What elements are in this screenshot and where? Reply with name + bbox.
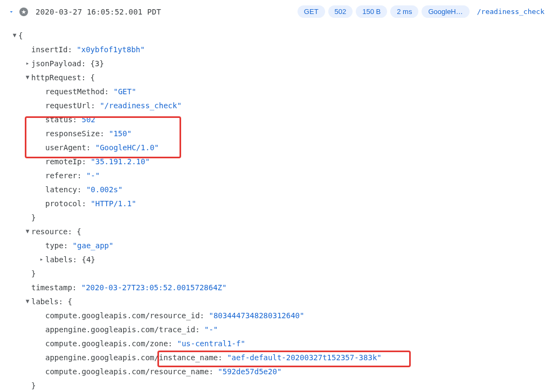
field-resource-labels[interactable]: ▸ labels: {4} <box>4 253 548 267</box>
caret-down-icon[interactable]: ▼ <box>24 71 31 85</box>
field-jsonPayload[interactable]: ▸ jsonPayload: {3} <box>4 57 548 71</box>
field-requestMethod[interactable]: ▸ requestMethod: "GET" <box>4 85 548 99</box>
key-remoteIp: remoteIp: <box>45 155 86 169</box>
key-referer: referer: <box>45 169 81 183</box>
chip-useragent[interactable]: GoogleH… <box>422 5 469 18</box>
field-insertId[interactable]: ▸ insertId: "x0ybfof1yt8bh" <box>4 43 548 57</box>
key-resource-labels: labels: <box>45 253 77 267</box>
key-trace-id: appengine.googleapis.com/trace_id: <box>45 323 200 337</box>
key-labels: labels: <box>31 295 63 309</box>
field-status[interactable]: ▸ status: 502 <box>4 113 548 127</box>
caret-right-icon[interactable]: ▸ <box>38 253 45 267</box>
val-timestamp: "2020-03-27T23:05:52.001572864Z" <box>81 281 227 295</box>
val-status: 502 <box>81 113 95 127</box>
labels-close: ▸ } <box>4 379 548 392</box>
key-responseSize: responseSize: <box>45 127 105 141</box>
key-resource-name: compute.googleapis.com/resource_name: <box>45 365 213 379</box>
chip-method[interactable]: GET <box>298 5 325 18</box>
brace-open: { <box>18 29 23 43</box>
val-referer: "-" <box>86 169 100 183</box>
field-protocol[interactable]: ▸ protocol: "HTTP/1.1" <box>4 197 548 211</box>
val-remoteIp: "35.191.2.10" <box>91 155 150 169</box>
val-instance-name: "aef-default-20200327t152357-383k" <box>227 351 382 365</box>
field-type[interactable]: ▸ type: "gae_app" <box>4 239 548 253</box>
key-protocol: protocol: <box>45 197 86 211</box>
caret-down-icon[interactable]: ▼ <box>24 225 31 239</box>
key-status: status: <box>45 113 77 127</box>
brace-open: { <box>91 71 95 85</box>
field-requestUrl[interactable]: ▸ requestUrl: "/readiness_check" <box>4 99 548 113</box>
key-type: type: <box>45 239 68 253</box>
chip-status[interactable]: 502 <box>328 5 353 18</box>
key-insertId: insertId: <box>31 43 72 57</box>
field-zone[interactable]: ▸ compute.googleapis.com/zone: "us-centr… <box>4 337 548 351</box>
field-resource-id[interactable]: ▸ compute.googleapis.com/resource_id: "8… <box>4 309 548 323</box>
val-type: "gae_app" <box>73 239 114 253</box>
summary-chips: GET 502 150 B 2 ms GoogleH… <box>298 5 470 18</box>
field-latency[interactable]: ▸ latency: "0.002s" <box>4 183 548 197</box>
key-httpRequest: httpRequest: <box>31 71 86 85</box>
key-timestamp: timestamp: <box>31 281 77 295</box>
chip-size[interactable]: 150 B <box>356 5 387 18</box>
key-resource: resource: <box>31 225 72 239</box>
key-zone: compute.googleapis.com/zone: <box>45 337 172 351</box>
field-trace-id[interactable]: ▸ appengine.googleapis.com/trace_id: "-" <box>4 323 548 337</box>
summary-jsonPayload: {3} <box>91 57 104 71</box>
caret-down-icon[interactable]: ▼ <box>24 295 31 309</box>
severity-icon <box>19 8 28 16</box>
brace-close: } <box>31 267 36 281</box>
val-resource-id: "8034447348280312640" <box>209 309 304 323</box>
key-userAgent: userAgent: <box>45 141 91 155</box>
field-referer[interactable]: ▸ referer: "-" <box>4 169 548 183</box>
key-requestUrl: requestUrl: <box>45 99 95 113</box>
key-jsonPayload: jsonPayload: <box>31 57 86 71</box>
chip-latency[interactable]: 2 ms <box>390 5 418 18</box>
json-tree: ▼ { ▸ insertId: "x0ybfof1yt8bh" ▸ jsonPa… <box>0 23 552 392</box>
httpRequest-close: ▸ } <box>4 211 548 225</box>
key-resource-id: compute.googleapis.com/resource_id: <box>45 309 204 323</box>
val-trace-id: "-" <box>204 323 218 337</box>
caret-right-icon[interactable]: ▸ <box>24 57 31 71</box>
val-zone: "us-central1-f" <box>177 337 245 351</box>
resource-close: ▸ } <box>4 267 548 281</box>
field-httpRequest[interactable]: ▼ httpRequest: { <box>4 71 548 85</box>
key-requestMethod: requestMethod: <box>45 85 109 99</box>
brace-open: { <box>77 225 81 239</box>
root-open[interactable]: ▼ { <box>4 29 548 43</box>
brace-close: } <box>31 379 36 392</box>
log-entry-container: 2020-03-27 16:05:52.001 PDT GET 502 150 … <box>0 0 552 392</box>
log-header-row[interactable]: 2020-03-27 16:05:52.001 PDT GET 502 150 … <box>0 0 552 23</box>
key-latency: latency: <box>45 183 81 197</box>
val-insertId: "x0ybfof1yt8bh" <box>77 43 144 57</box>
val-latency: "0.002s" <box>86 183 122 197</box>
val-requestUrl: "/readiness_check" <box>100 99 182 113</box>
val-resource-name: "592de57d5e20" <box>218 365 281 379</box>
val-protocol: "HTTP/1.1" <box>91 197 136 211</box>
field-labels[interactable]: ▼ labels: { <box>4 295 548 309</box>
brace-open: { <box>67 295 72 309</box>
val-requestMethod: "GET" <box>113 85 136 99</box>
brace-close: } <box>31 211 36 225</box>
field-resource[interactable]: ▼ resource: { <box>4 225 548 239</box>
header-path: /readiness_check <box>474 8 544 16</box>
caret-down-icon[interactable]: ▼ <box>11 29 18 43</box>
val-responseSize: "150" <box>109 127 132 141</box>
field-resource-name[interactable]: ▸ compute.googleapis.com/resource_name: … <box>4 365 548 379</box>
field-userAgent[interactable]: ▸ userAgent: "GoogleHC/1.0" <box>4 141 548 155</box>
field-timestamp[interactable]: ▸ timestamp: "2020-03-27T23:05:52.001572… <box>4 281 548 295</box>
val-userAgent: "GoogleHC/1.0" <box>95 141 159 155</box>
key-instance-name: appengine.googleapis.com/instance_name: <box>45 351 223 365</box>
summary-resource-labels: {4} <box>81 253 95 267</box>
collapse-chevron-icon[interactable] <box>8 9 15 15</box>
field-responseSize[interactable]: ▸ responseSize: "150" <box>4 127 548 141</box>
field-instance-name[interactable]: ▸ appengine.googleapis.com/instance_name… <box>4 351 548 365</box>
header-timestamp: 2020-03-27 16:05:52.001 PDT <box>36 8 293 16</box>
field-remoteIp[interactable]: ▸ remoteIp: "35.191.2.10" <box>4 155 548 169</box>
